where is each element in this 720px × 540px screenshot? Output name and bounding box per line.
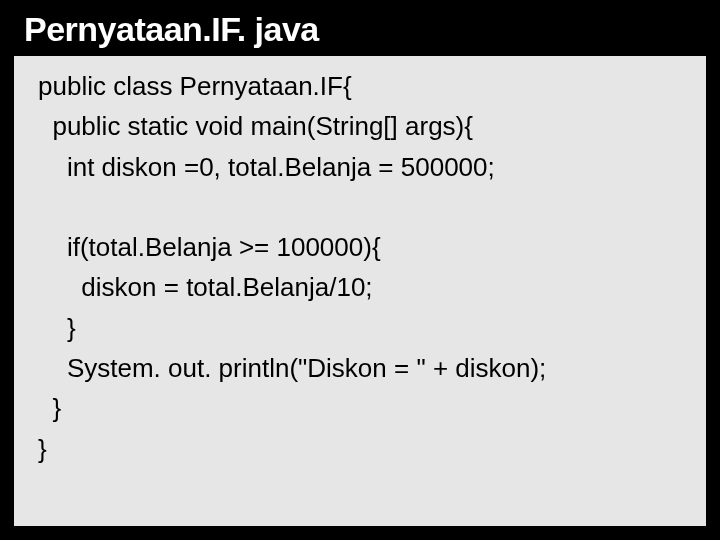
slide-title: Pernyataan.IF. java <box>14 4 706 53</box>
code-block: public class Pernyataan.IF{ public stati… <box>14 66 706 469</box>
code-line: } <box>38 313 76 343</box>
code-line: } <box>38 393 61 423</box>
code-line: } <box>38 434 47 464</box>
slide-header: Pernyataan.IF. java <box>14 4 706 62</box>
slide: Pernyataan.IF. java public class Pernyat… <box>0 0 720 540</box>
code-line: public class Pernyataan.IF{ <box>38 71 352 101</box>
slide-body: public class Pernyataan.IF{ public stati… <box>14 56 706 526</box>
code-line: public static void main(String[] args){ <box>38 111 473 141</box>
code-line: int diskon =0, total.Belanja = 500000; <box>38 152 495 182</box>
code-line: System. out. println("Diskon = " + disko… <box>38 353 546 383</box>
code-line: if(total.Belanja >= 100000){ <box>38 232 381 262</box>
code-line: diskon = total.Belanja/10; <box>38 272 373 302</box>
